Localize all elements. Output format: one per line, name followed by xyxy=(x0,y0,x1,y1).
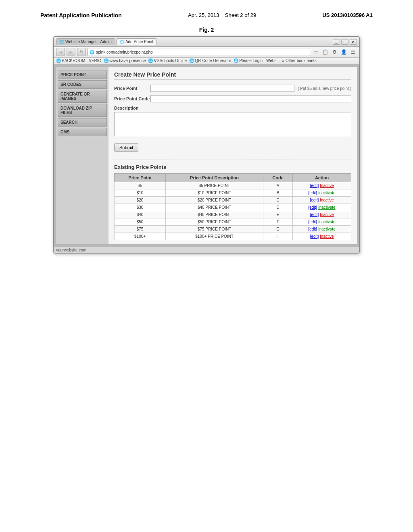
cell-desc-7: $100+ PRICE POINT xyxy=(166,233,263,240)
price-point-code-row: Price Point Code xyxy=(114,95,351,102)
maximize-btn[interactable]: □ xyxy=(341,39,348,45)
browser-titlebar: 🌐 Website Manager - Admin 🌐 Add Price Po… xyxy=(54,37,359,47)
action-link-2[interactable]: Inactive xyxy=(320,198,334,202)
patent-date: Apr. 25, 2013 Sheet 2 of 29 xyxy=(188,12,256,18)
description-row: Description xyxy=(114,106,351,138)
price-point-code-input[interactable] xyxy=(150,95,351,102)
menu-icon[interactable]: ☰ xyxy=(349,48,357,56)
cell-action-1: [edit] Inactivate xyxy=(293,189,351,197)
sidebar-item-generateqr[interactable]: GENERATE QR IMAGES xyxy=(58,90,107,103)
col-description: Price Point Description xyxy=(166,174,263,182)
cell-action-0: [edit] Inactive xyxy=(293,182,351,189)
cell-price-2: $20 xyxy=(115,197,166,204)
forward-btn[interactable]: ▶ xyxy=(67,48,75,56)
browser-bg: PRICE POINT SR CODES GENERATE QR IMAGES … xyxy=(54,64,359,247)
browser-tabs: 🌐 Website Manager - Admin 🌐 Add Price Po… xyxy=(56,38,331,45)
edit-link-7[interactable]: [edit] xyxy=(310,234,319,239)
description-label: Description xyxy=(114,106,150,110)
sidebar-item-search[interactable]: SEARCH xyxy=(58,118,107,127)
reload-btn[interactable]: ↻ xyxy=(77,48,86,56)
other-bookmarks[interactable]: » Other bookmarks xyxy=(282,58,317,63)
edit-link-2[interactable]: [edit] xyxy=(310,198,319,202)
favicon-icon: 🌐 xyxy=(90,50,94,54)
browser-footer: yourwebsite.com xyxy=(54,247,359,253)
cell-desc-5: $50 PRICE POINT xyxy=(166,218,263,226)
address-bar[interactable]: 🌐 splnk.com/admin/pricepoint.php xyxy=(88,48,310,56)
browser-window: 🌐 Website Manager - Admin 🌐 Add Price Po… xyxy=(53,36,360,254)
close-btn[interactable]: ✕ xyxy=(350,39,357,45)
cell-code-0: A xyxy=(263,182,293,189)
cell-desc-3: $40 PRICE POINT xyxy=(166,204,263,211)
footer-url: yourwebsite.com xyxy=(56,248,86,252)
price-point-row: Price Point ( Put $5 as a new price poin… xyxy=(114,85,351,92)
table-row: $40$40 PRICE POINTE[edit] Inactive xyxy=(115,211,351,218)
browser-navbar: ◀ ▶ ↻ 🌐 splnk.com/admin/pricepoint.php ☆… xyxy=(54,47,359,58)
bookmark-1[interactable]: 🌐www.have-presence xyxy=(104,58,146,63)
table-header-row: Price Point Price Point Description Code… xyxy=(115,174,351,182)
browser-content: PRICE POINT SR CODES GENERATE QR IMAGES … xyxy=(54,64,359,253)
bookmark-0[interactable]: 🌐BACKROOM - VERIO xyxy=(56,58,101,63)
action-link-3[interactable]: Inactivate xyxy=(318,205,336,210)
cell-desc-4: $40 PRICE POINT xyxy=(166,211,263,218)
minimize-btn[interactable]: _ xyxy=(333,39,340,45)
edit-link-0[interactable]: [edit] xyxy=(310,183,319,188)
cell-action-6: [edit] Inactivate xyxy=(293,226,351,233)
person-icon[interactable]: 👤 xyxy=(340,48,348,56)
col-code: Code xyxy=(263,174,293,182)
tab-icon-0: 🌐 xyxy=(60,40,64,44)
edit-link-3[interactable]: [edit] xyxy=(308,205,317,210)
price-table: Price Point Price Point Description Code… xyxy=(114,173,351,240)
divider xyxy=(114,160,351,160)
action-link-1[interactable]: Inactivate xyxy=(318,191,336,195)
action-link-6[interactable]: Inactivate xyxy=(318,227,336,231)
edit-link-5[interactable]: [edit] xyxy=(308,220,317,224)
price-point-input[interactable] xyxy=(150,85,294,92)
submit-button[interactable]: Submit xyxy=(114,143,138,152)
bookmark-2[interactable]: 🌐VGSchools Online xyxy=(148,58,187,63)
cell-price-1: $10 xyxy=(115,189,166,197)
bookmark-icon[interactable]: 📋 xyxy=(321,48,329,56)
price-point-label: Price Point xyxy=(114,86,150,91)
cell-action-3: [edit] Inactivate xyxy=(293,204,351,211)
table-row: $75$75 PRICE POINTG[edit] Inactivate xyxy=(115,226,351,233)
table-row: $30$40 PRICE POINTD[edit] Inactivate xyxy=(115,204,351,211)
action-link-7[interactable]: Inactive xyxy=(320,234,334,239)
edit-link-1[interactable]: [edit] xyxy=(308,191,317,195)
cell-code-4: E xyxy=(263,211,293,218)
edit-link-6[interactable]: [edit] xyxy=(308,227,317,231)
bookmark-3[interactable]: 🌐QR-Code Generator xyxy=(189,58,231,63)
cell-price-4: $40 xyxy=(115,211,166,218)
action-link-4[interactable]: Inactive xyxy=(320,212,334,217)
cell-code-5: F xyxy=(263,218,293,226)
sidebar-item-cms[interactable]: CMS xyxy=(58,128,107,136)
page-layout: PRICE POINT SR CODES GENERATE QR IMAGES … xyxy=(56,67,357,244)
sidebar-item-srcodes[interactable]: SR CODES xyxy=(58,80,107,89)
sidebar-item-downloadzip[interactable]: DOWNLOAD ZIP FILES xyxy=(58,104,107,117)
back-btn[interactable]: ◀ xyxy=(56,48,65,56)
browser-tab-0[interactable]: 🌐 Website Manager - Admin xyxy=(56,38,115,45)
cell-price-0: $5 xyxy=(115,182,166,189)
patent-number: US 2013/0103596 A1 xyxy=(322,12,373,18)
table-row: $50$50 PRICE POINTF[edit] Inactivate xyxy=(115,218,351,226)
cell-action-4: [edit] Inactive xyxy=(293,211,351,218)
bookmark-4[interactable]: 🌐Please Login - Webs... xyxy=(234,58,280,63)
settings-icon[interactable]: ⚙ xyxy=(330,48,338,56)
existing-section-title: Existing Price Points xyxy=(114,164,351,170)
patent-title: Patent Application Publication xyxy=(40,12,122,19)
figure-label: Fig. 2 xyxy=(16,27,397,33)
sidebar-item-pricepoint[interactable]: PRICE POINT xyxy=(58,71,107,79)
star-icon[interactable]: ☆ xyxy=(312,48,320,56)
edit-link-4[interactable]: [edit] xyxy=(310,212,319,217)
price-point-hint: ( Put $5 as a new price point ) xyxy=(298,86,351,91)
description-textarea[interactable] xyxy=(114,112,351,136)
cell-desc-1: $10 PRICE POINT xyxy=(166,189,263,197)
action-link-0[interactable]: Inactive xyxy=(320,183,334,188)
table-row: $100+$100+ PRICE POINTH[edit] Inactive xyxy=(115,233,351,240)
col-price: Price Point xyxy=(115,174,166,182)
browser-tab-1[interactable]: 🌐 Add Price Point xyxy=(116,38,157,45)
table-row: $10$10 PRICE POINTB[edit] Inactivate xyxy=(115,189,351,197)
action-link-5[interactable]: Inactivate xyxy=(318,220,336,224)
cell-action-7: [edit] Inactive xyxy=(293,233,351,240)
bookmarks-bar: 🌐BACKROOM - VERIO 🌐www.have-presence 🌐VG… xyxy=(54,58,359,64)
cell-price-6: $75 xyxy=(115,226,166,233)
